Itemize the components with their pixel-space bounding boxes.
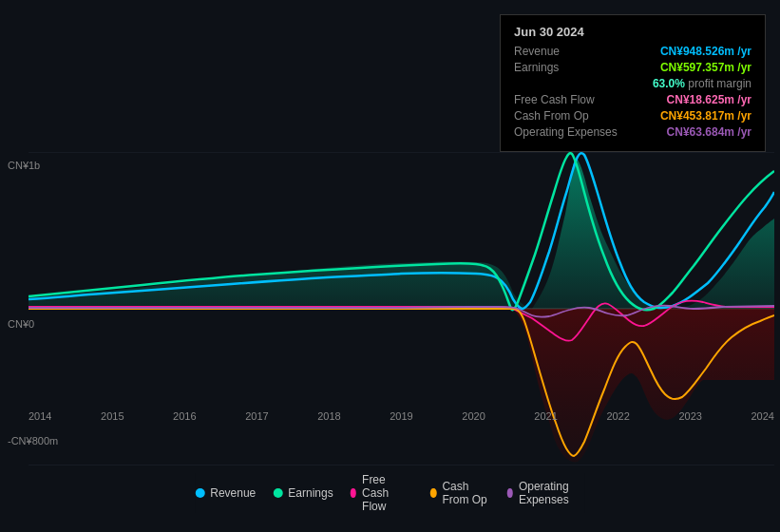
tooltip-date: Jun 30 2024 bbox=[514, 25, 751, 39]
legend-fcf: Free Cash Flow bbox=[351, 473, 413, 513]
legend-revenue: Revenue bbox=[195, 486, 256, 500]
x-label-2019: 2019 bbox=[390, 410, 412, 422]
x-label-2021: 2021 bbox=[534, 410, 557, 422]
x-label-2024: 2024 bbox=[751, 410, 773, 422]
x-label-2022: 2022 bbox=[606, 410, 629, 422]
tooltip-margin-label: profit margin bbox=[688, 77, 751, 90]
tooltip-opex-row: Operating Expenses CN¥63.684m /yr bbox=[514, 125, 751, 139]
legend-fcf-dot bbox=[351, 488, 356, 498]
x-label-2017: 2017 bbox=[245, 410, 268, 422]
tooltip-earnings-label: Earnings bbox=[514, 61, 628, 74]
legend-earnings: Earnings bbox=[273, 486, 333, 500]
legend-fcf-label: Free Cash Flow bbox=[362, 473, 413, 513]
tooltip-revenue-row: Revenue CN¥948.526m /yr bbox=[514, 45, 751, 58]
tooltip-fcf-row: Free Cash Flow CN¥18.625m /yr bbox=[514, 93, 751, 106]
tooltip-earnings-value: CN¥597.357m /yr bbox=[660, 61, 751, 74]
tooltip-cfo-value: CN¥453.817m /yr bbox=[660, 109, 751, 123]
legend-opex-dot bbox=[507, 488, 513, 498]
legend-cfo-label: Cash From Op bbox=[442, 480, 489, 506]
x-label-2014: 2014 bbox=[29, 410, 51, 422]
tooltip-margin-value: 63.0% bbox=[653, 77, 685, 90]
tooltip-fcf-value: CN¥18.625m /yr bbox=[667, 93, 751, 106]
tooltip-opex-label: Operating Expenses bbox=[514, 125, 628, 139]
tooltip-fcf-label: Free Cash Flow bbox=[514, 93, 628, 106]
x-label-2020: 2020 bbox=[462, 410, 485, 422]
x-label-2023: 2023 bbox=[678, 410, 701, 422]
legend-opex: Operating Expenses bbox=[507, 480, 585, 506]
tooltip-cfo-label: Cash From Op bbox=[514, 109, 628, 123]
tooltip-opex-value: CN¥63.684m /yr bbox=[667, 125, 751, 139]
legend-revenue-label: Revenue bbox=[210, 486, 256, 500]
tooltip-revenue-value: CN¥948.526m /yr bbox=[660, 45, 751, 58]
legend-cfo: Cash From Op bbox=[430, 480, 489, 506]
x-label-2015: 2015 bbox=[101, 410, 124, 422]
legend-earnings-dot bbox=[273, 488, 282, 498]
chart-container: Jun 30 2024 Revenue CN¥948.526m /yr Earn… bbox=[0, 0, 780, 532]
tooltip-earnings-row: Earnings CN¥597.357m /yr bbox=[514, 61, 751, 74]
legend-earnings-label: Earnings bbox=[288, 486, 333, 500]
legend-revenue-dot bbox=[195, 488, 204, 498]
legend: Revenue Earnings Free Cash Flow Cash Fro… bbox=[195, 473, 585, 513]
legend-opex-label: Operating Expenses bbox=[519, 480, 585, 506]
x-label-2018: 2018 bbox=[317, 410, 340, 422]
tooltip-margin-row: 63.0% profit margin bbox=[514, 77, 751, 90]
tooltip-box: Jun 30 2024 Revenue CN¥948.526m /yr Earn… bbox=[500, 14, 766, 152]
tooltip-revenue-label: Revenue bbox=[514, 45, 628, 58]
x-label-2016: 2016 bbox=[173, 410, 196, 422]
legend-cfo-dot bbox=[430, 488, 436, 498]
tooltip-cfo-row: Cash From Op CN¥453.817m /yr bbox=[514, 109, 751, 123]
